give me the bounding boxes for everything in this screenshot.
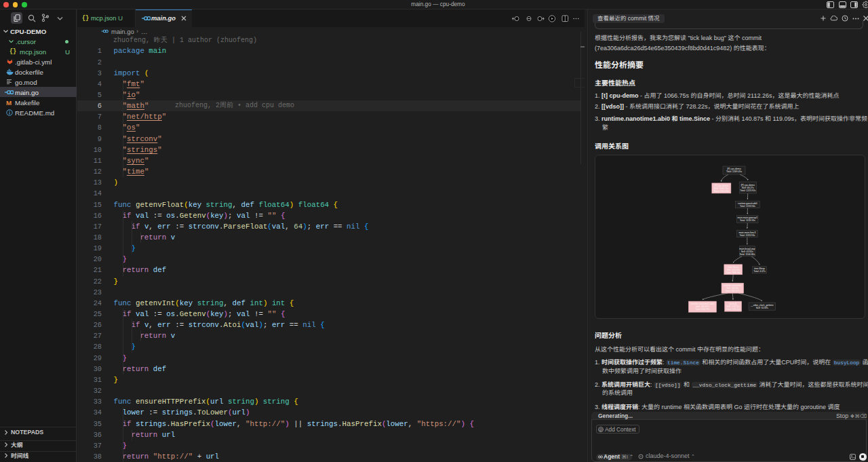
svg-text:Total: 1104.66s: Total: 1104.66s (739, 253, 755, 256)
svg-text:Total: 869.67s: Total: 869.67s (726, 290, 740, 292)
svg-text:Total: 988.76s: Total: 988.76s (726, 271, 741, 274)
svg-text:Total: 4.07s: Total: 4.07s (753, 270, 766, 273)
svg-text:Total: 1133.93s: Total: 1133.93s (739, 234, 755, 237)
svg-text:Total: 1133.94s: Total: 1133.94s (740, 205, 755, 208)
svg-text:Total: 2112.26s: Total: 2112.26s (713, 190, 729, 193)
svg-text:Total: 728.22s: Total: 728.22s (726, 308, 740, 311)
svg-text:Total: 2269.45s: Total: 2269.45s (726, 170, 742, 173)
svg-text:Self: 32.69s: Self: 32.69s (756, 307, 768, 309)
svg-text:Total: 666.79s: Total: 666.79s (695, 308, 709, 311)
svg-text:Total: 1133.93s: Total: 1133.93s (740, 219, 755, 222)
svg-text:@: @ (599, 427, 603, 431)
svg-text:Total: 1223.92s: Total: 1223.92s (740, 189, 755, 192)
